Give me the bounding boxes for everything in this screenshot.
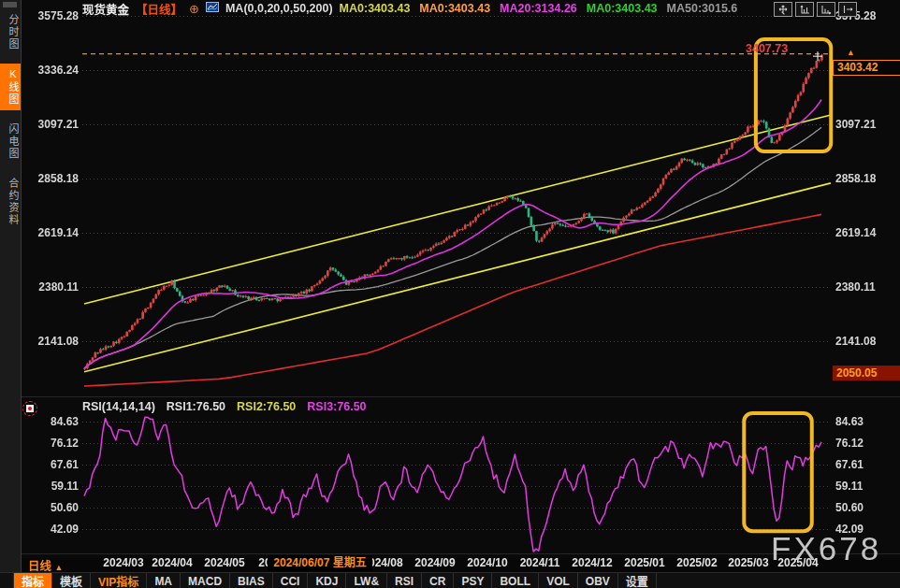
exit-chart-icon[interactable] bbox=[838, 2, 857, 17]
chevron-up-icon: ▲ bbox=[55, 563, 64, 572]
footer-period-text: 日线 bbox=[28, 560, 51, 573]
date-axis-label-7: 2024/10 bbox=[467, 556, 507, 569]
rsi-header-item-2: RSI2:76.50 bbox=[237, 400, 296, 413]
indicator-toolbar: 指标模板VIP指标MAMACDBIASCCIKDJLW&RSICRPSYBOLL… bbox=[0, 572, 900, 588]
indicator-tab-BIAS[interactable]: BIAS bbox=[230, 573, 273, 588]
rsi-header-item-1: RSI1:76.50 bbox=[167, 400, 225, 413]
date-axis-label-12: 2025/03 bbox=[728, 556, 768, 569]
price-axis-label-left-3: 2858.18 bbox=[26, 172, 79, 185]
indicator-tab-MACD[interactable]: MACD bbox=[181, 573, 230, 588]
indicator-tab-OBV[interactable]: OBV bbox=[578, 573, 618, 588]
indicator-tab-PSY[interactable]: PSY bbox=[454, 573, 492, 588]
price-axis-label-right-3: 2858.18 bbox=[835, 172, 895, 185]
indicator-tab-设置[interactable]: 设置 bbox=[618, 573, 657, 588]
sidebar: 分时图K线图闪电图合约资料 bbox=[0, 0, 22, 588]
rsi-axis-label-right-4: 50.60 bbox=[835, 501, 895, 514]
indicator-tab-VOL[interactable]: VOL bbox=[539, 573, 578, 588]
indicator-tab-CR[interactable]: CR bbox=[422, 573, 454, 588]
symbol-name: 现货黄金 bbox=[82, 0, 129, 18]
rsi-axis-label-right-3: 59.11 bbox=[835, 480, 895, 493]
rsi-header: RSI(14,14,14)RSI1:76.50RSI2:76.50RSI3:76… bbox=[82, 400, 367, 413]
ma-value-1: MA0:3403.43 bbox=[419, 2, 490, 15]
date-axis-label-11: 2025/02 bbox=[676, 556, 717, 569]
rsi-axis-label-left-4: 50.60 bbox=[26, 501, 79, 514]
pan-icon[interactable] bbox=[774, 2, 792, 17]
ma-values: MA0:3403.43MA0:3403.43MA20:3134.26MA0:34… bbox=[340, 2, 738, 15]
red-burst-icon[interactable] bbox=[22, 401, 37, 416]
rsi-header-item-0: RSI(14,14,14) bbox=[82, 400, 155, 413]
circle-plus-icon[interactable]: ⊕ bbox=[189, 2, 199, 16]
chart-canvas[interactable] bbox=[21, 0, 900, 558]
ma-value-3: MA0:3403.43 bbox=[587, 2, 658, 15]
high-price-label: 3407.73 bbox=[746, 42, 788, 55]
date-axis-label-6: 2024/09 bbox=[414, 556, 455, 569]
price-axis-label-right-4: 2619.14 bbox=[835, 226, 895, 239]
sidebar-tab-0[interactable]: 分时图 bbox=[0, 9, 21, 55]
sidebar-scroll-thumb[interactable] bbox=[3, 2, 17, 7]
ma-value-4: MA50:3015.6 bbox=[667, 2, 738, 15]
rsi-axis-label-right-1: 76.12 bbox=[835, 437, 895, 450]
price-axis-label-left-6: 2141.08 bbox=[26, 335, 79, 348]
date-axis-label-10: 2025/01 bbox=[624, 556, 664, 569]
indicator-tab-KDJ[interactable]: KDJ bbox=[308, 573, 346, 588]
rsi-axis-label-right-5: 42.09 bbox=[835, 523, 895, 536]
current-price-badge: 3403.42 bbox=[833, 60, 900, 76]
indicator-tab-CCI[interactable]: CCI bbox=[273, 573, 309, 588]
price-axis-label-left-0: 3575.28 bbox=[26, 9, 79, 22]
panel-divider bbox=[21, 396, 900, 397]
price-axis-label-right-5: 2380.11 bbox=[835, 280, 895, 294]
sidebar-tab-1[interactable]: K线图 bbox=[0, 64, 21, 110]
chart-axis-up-icon[interactable] bbox=[795, 2, 814, 17]
rsi-axis-label-right-2: 67.61 bbox=[835, 458, 895, 471]
sidebar-tab-2[interactable]: 闪电图 bbox=[0, 119, 21, 165]
rsi-header-item-3: RSI3:76.50 bbox=[307, 400, 366, 413]
rsi-axis-label-right-0: 84.63 bbox=[835, 415, 895, 428]
indicator-tab-VIP指标[interactable]: VIP指标 bbox=[91, 573, 147, 588]
chart-title-bar: 现货黄金 【日线】 ⊕ MA(0,0,20,0,50,200) MA0:3403… bbox=[82, 1, 737, 16]
indicator-tab-模板[interactable]: 模板 bbox=[52, 573, 91, 588]
sidebar-tabs: 分时图K线图闪电图合约资料 bbox=[0, 9, 21, 239]
price-up-arrow-icon: ▲ bbox=[847, 48, 855, 57]
price-axis-label-left-2: 3097.21 bbox=[26, 118, 79, 131]
price-axis-label-left-4: 2619.14 bbox=[26, 226, 79, 239]
date-axis-label-1: 2024/04 bbox=[152, 556, 192, 569]
rsi-axis-label-left-5: 42.09 bbox=[26, 523, 79, 536]
price-axis-label-right-6: 2141.08 bbox=[835, 335, 895, 348]
indicator-tab-RSI[interactable]: RSI bbox=[387, 573, 422, 588]
price-axis-label-right-2: 3097.21 bbox=[835, 118, 895, 131]
date-axis-label-9: 2024/12 bbox=[572, 556, 612, 569]
rsi-axis-label-left-2: 67.61 bbox=[26, 458, 79, 471]
price-axis-label-left-5: 2380.11 bbox=[26, 280, 79, 294]
indicator-tab-BOLL[interactable]: BOLL bbox=[492, 573, 539, 588]
axis-divider bbox=[21, 553, 900, 554]
price-axis-label-left-1: 3336.24 bbox=[26, 64, 79, 77]
mini-line-chart-icon[interactable] bbox=[206, 2, 219, 15]
date-axis-label-2: 2024/05 bbox=[204, 556, 244, 569]
chart-window-buttons bbox=[774, 2, 857, 17]
period-tag: 【日线】 bbox=[136, 0, 182, 18]
chart-axis-right-icon[interactable] bbox=[817, 2, 835, 17]
rsi-axis-label-left-0: 84.63 bbox=[26, 415, 79, 428]
date-axis-label-13: 2025/04 bbox=[777, 556, 818, 569]
sidebar-tab-3[interactable]: 合约资料 bbox=[0, 173, 21, 231]
indicator-tab-LW&[interactable]: LW& bbox=[346, 573, 387, 588]
toolbar-spacer bbox=[0, 573, 14, 588]
app-window: 分时图K线图闪电图合约资料 现货黄金 【日线】 ⊕ MA(0,0,20,0,50… bbox=[0, 0, 900, 588]
ma-value-0: MA0:3403.43 bbox=[340, 2, 411, 15]
rsi-axis-label-left-3: 59.11 bbox=[26, 480, 79, 493]
date-axis-label-0: 2024/03 bbox=[103, 556, 143, 569]
rsi-axis-label-left-1: 76.12 bbox=[26, 437, 79, 450]
crosshair-date-badge: 2024/06/07 星期五 bbox=[268, 555, 372, 571]
ma-formula: MA(0,0,20,0,50,200) bbox=[225, 2, 333, 15]
date-axis-label-8: 2024/11 bbox=[520, 556, 560, 569]
indicator-tab-指标[interactable]: 指标 bbox=[14, 573, 52, 588]
ma-value-2: MA20:3134.26 bbox=[500, 2, 577, 15]
range-low-badge: 2050.05 bbox=[833, 366, 900, 380]
indicator-tab-MA[interactable]: MA bbox=[147, 573, 181, 588]
